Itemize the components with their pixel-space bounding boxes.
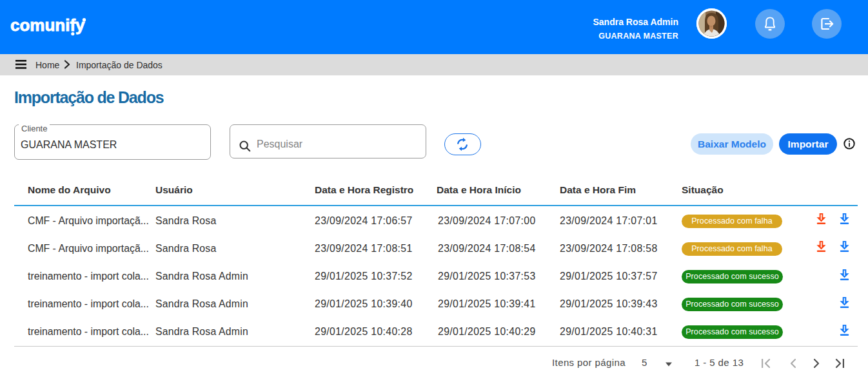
- svg-text:comunify: comunify: [10, 15, 85, 35]
